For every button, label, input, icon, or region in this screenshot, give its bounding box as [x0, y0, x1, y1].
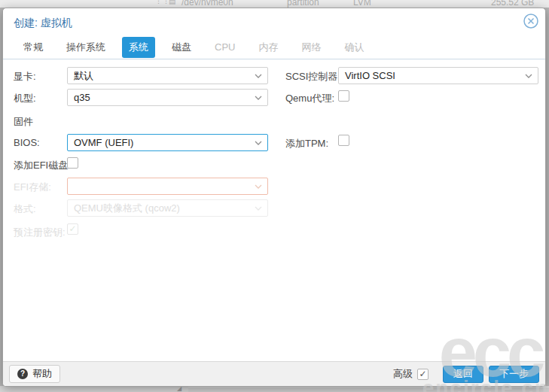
- tab-cpu: CPU: [208, 38, 242, 56]
- tab-network: 网络: [294, 37, 328, 58]
- chevron-down-icon: [255, 141, 262, 145]
- dialog-footer: ? 帮助 高级 返回 下一步: [3, 361, 545, 386]
- display-value: 默认: [74, 69, 93, 83]
- advanced-checkbox[interactable]: [417, 369, 429, 380]
- dialog-tabbar: 常规 操作系统 系统 磁盘 CPU 内存 网络 确认: [3, 35, 545, 59]
- tab-general[interactable]: 常规: [17, 37, 50, 58]
- tab-memory: 内存: [252, 37, 285, 58]
- efi-storage-label: EFI存储:: [14, 181, 51, 194]
- format-label: 格式:: [14, 202, 36, 216]
- dialog-header: 创建: 虚拟机: [3, 8, 545, 35]
- background-page-top: ⋮⋮ ▤ /dev/nvme0n partition LVM 255.52 GB: [0, 0, 549, 8]
- machine-label: 机型:: [14, 92, 36, 105]
- format-combo: QEMU映像格式 (qcow2): [67, 199, 268, 217]
- machine-combo[interactable]: q35: [67, 89, 268, 106]
- create-vm-dialog: 创建: 虚拟机 常规 操作系统 系统 磁盘 CPU 内存 网络 确认 显卡: 默…: [2, 8, 546, 387]
- help-button[interactable]: ? 帮助: [9, 365, 60, 383]
- question-icon: ?: [17, 369, 28, 379]
- close-icon[interactable]: [523, 13, 539, 29]
- chevron-down-icon: [525, 74, 532, 78]
- chevron-down-icon: [255, 74, 262, 78]
- tab-confirm: 确认: [337, 37, 371, 58]
- bg-usage-cell: LVM: [353, 0, 371, 8]
- add-efi-disk-checkbox[interactable]: [67, 157, 78, 169]
- chevron-down-icon: [255, 184, 262, 189]
- bg-device-cell: /dev/nvme0n: [181, 0, 233, 8]
- add-tpm-label: 添加TPM:: [285, 137, 328, 150]
- qemu-agent-label: Qemu代理:: [285, 92, 334, 105]
- tab-system[interactable]: 系统: [122, 37, 155, 58]
- tree-expand-icon: ⋮⋮: [155, 0, 170, 5]
- firmware-section-heading: 固件: [14, 115, 33, 129]
- efi-storage-combo: [67, 178, 268, 195]
- qemu-agent-checkbox[interactable]: [338, 90, 349, 102]
- dialog-title: 创建: 虚拟机: [14, 17, 72, 30]
- display-combo[interactable]: 默认: [67, 67, 268, 84]
- machine-value: q35: [74, 92, 90, 103]
- chevron-down-icon: [255, 96, 262, 100]
- bios-value: OVMF (UEFI): [74, 137, 133, 148]
- add-tpm-checkbox[interactable]: [338, 135, 349, 146]
- back-button[interactable]: 返回: [443, 366, 483, 383]
- bg-type-cell: partition: [287, 0, 319, 8]
- next-button[interactable]: 下一步: [489, 366, 539, 383]
- bios-combo[interactable]: OVMF (UEFI): [67, 134, 268, 151]
- pre-enroll-keys-checkbox: [67, 223, 78, 235]
- background-page-bottom: ◢: [0, 386, 549, 392]
- advanced-label: 高级: [393, 367, 413, 381]
- disk-icon: ▤: [169, 0, 175, 5]
- tab-os[interactable]: 操作系统: [59, 37, 112, 58]
- help-label: 帮助: [32, 367, 52, 381]
- scsi-controller-value: VirtIO SCSI: [345, 70, 395, 81]
- background-bottom-panel: [188, 387, 549, 392]
- tab-disks[interactable]: 磁盘: [165, 37, 198, 58]
- scsi-controller-label: SCSI控制器:: [285, 70, 340, 84]
- bg-size-cell: 255.52 GB: [491, 0, 534, 8]
- format-value: QEMU映像格式 (qcow2): [74, 202, 180, 215]
- scsi-controller-combo[interactable]: VirtIO SCSI: [338, 67, 538, 84]
- display-label: 显卡:: [14, 70, 36, 84]
- bios-label: BIOS:: [14, 137, 40, 148]
- chevron-down-icon: [255, 206, 262, 211]
- add-efi-disk-label: 添加EFI磁盘:: [14, 159, 71, 172]
- pre-enroll-keys-label: 预注册密钥:: [14, 226, 66, 239]
